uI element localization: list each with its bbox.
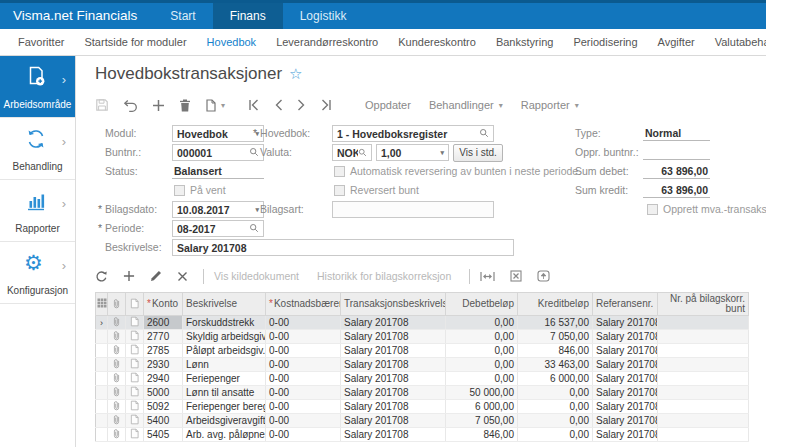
rapporter-button[interactable]: Rapporter▾ (521, 99, 579, 111)
cell-referansenr[interactable]: Salary 201708 (593, 344, 658, 358)
vis-kildedokument-link[interactable]: Vis kildedokument (214, 270, 299, 282)
cell-konto[interactable]: 5400 (144, 414, 183, 428)
cell-korr-bunt[interactable] (658, 330, 749, 344)
attachment-icon[interactable] (108, 358, 126, 372)
attachment-column-icon[interactable] (108, 293, 126, 316)
cell-referansenr[interactable]: Salary 201708 (593, 316, 658, 330)
table-row[interactable]: 5000Lønn til ansatte0-00Salary 20170850 … (96, 386, 749, 400)
cell-konto[interactable]: 2770 (144, 330, 183, 344)
modul-select[interactable]: Hovedbok▾ (172, 125, 264, 142)
cell-beskrivelse[interactable]: Lønn (183, 358, 266, 372)
copy-paste-icon[interactable]: ▾ (205, 99, 225, 112)
cell-referansenr[interactable]: Salary 201708 (593, 358, 658, 372)
note-icon[interactable] (126, 358, 144, 372)
bilagsdato-input[interactable]: 10.08.2017▾ (172, 201, 264, 218)
cell-debetbelop[interactable]: 0,00 (446, 330, 518, 344)
add-icon[interactable] (152, 99, 165, 112)
cell-transaksjonsbeskrivelse[interactable]: Salary 201708 (341, 386, 446, 400)
row-selector[interactable] (96, 386, 108, 400)
cell-transaksjonsbeskrivelse[interactable]: Salary 201708 (341, 372, 446, 386)
cell-transaksjonsbeskrivelse[interactable]: Salary 201708 (341, 330, 446, 344)
cell-referansenr[interactable]: Salary 201708 (593, 414, 658, 428)
fit-width-icon[interactable] (480, 271, 495, 282)
note-icon[interactable] (126, 386, 144, 400)
cell-kostnadsbaerer[interactable]: 0-00 (266, 372, 341, 386)
sidebar-item-konfigurasjon[interactable]: ⚙›Konfigurasjon (0, 242, 75, 304)
cell-kostnadsbaerer[interactable]: 0-00 (266, 386, 341, 400)
cell-beskrivelse[interactable]: Feriepenger (183, 372, 266, 386)
cell-beskrivelse[interactable]: Feriepenger bereg... (183, 400, 266, 414)
add-row-icon[interactable] (123, 270, 135, 282)
cell-konto[interactable]: 5405 (144, 428, 183, 442)
cell-kostnadsbaerer[interactable]: 0-00 (266, 316, 341, 330)
sidebar-item-rapporter[interactable]: ›Rapporter (0, 180, 75, 242)
table-row[interactable]: 2770Skyldig arbeidsgiv...0-00Salary 2017… (96, 330, 749, 344)
reversert-bunt-checkbox[interactable]: Reversert bunt (334, 184, 419, 196)
table-row[interactable]: 5405Arb. avg. påløpne ...0-00Salary 2017… (96, 428, 749, 442)
cell-kreditbelop[interactable]: 0,00 (518, 428, 593, 442)
export-excel-icon[interactable] (510, 270, 522, 282)
table-row[interactable]: 5400Arbeidsgiveravgift0-00Salary 2017087… (96, 414, 749, 428)
attachment-icon[interactable] (108, 344, 126, 358)
undo-icon[interactable] (123, 99, 138, 112)
first-record-icon[interactable] (247, 99, 260, 111)
cell-transaksjonsbeskrivelse[interactable]: Salary 201708 (341, 358, 446, 372)
prev-record-icon[interactable] (274, 99, 283, 111)
table-row[interactable]: 2930Lønn0-00Salary 2017080,0033 463,00Sa… (96, 358, 749, 372)
cell-korr-bunt[interactable] (658, 316, 749, 330)
delete-row-icon[interactable] (177, 271, 188, 282)
cell-kreditbelop[interactable]: 7 050,00 (518, 330, 593, 344)
last-record-icon[interactable] (320, 99, 333, 111)
cell-kostnadsbaerer[interactable]: 0-00 (266, 414, 341, 428)
cell-kostnadsbaerer[interactable]: 0-00 (266, 344, 341, 358)
cell-konto[interactable]: 2940 (144, 372, 183, 386)
table-row[interactable]: 2940Feriepenger0-00Salary 2017080,006 00… (96, 372, 749, 386)
col-header-beskrivelse[interactable]: Beskrivelse (183, 293, 266, 316)
attachment-icon[interactable] (108, 316, 126, 330)
col-header-transaksjonsbeskrivelse[interactable]: Transaksjonsbeskrivelse (341, 293, 446, 316)
row-selector[interactable] (96, 358, 108, 372)
cell-beskrivelse[interactable]: Arbeidsgiveravgift (183, 414, 266, 428)
cell-beskrivelse[interactable]: Lønn til ansatte (183, 386, 266, 400)
note-icon[interactable] (126, 344, 144, 358)
cell-kreditbelop[interactable]: 33 463,00 (518, 358, 593, 372)
attachment-icon[interactable] (108, 372, 126, 386)
sidebar-item-behandling[interactable]: ›Behandling (0, 118, 75, 180)
cell-kreditbelop[interactable]: 846,00 (518, 344, 593, 358)
cell-kreditbelop[interactable]: 0,00 (518, 400, 593, 414)
cell-korr-bunt[interactable] (658, 400, 749, 414)
cell-kreditbelop[interactable]: 0,00 (518, 386, 593, 400)
cell-beskrivelse[interactable]: Skyldig arbeidsgiv... (183, 330, 266, 344)
star-outline-icon[interactable]: ☆ (289, 65, 302, 82)
buntnr-input[interactable]: 000001 (172, 144, 264, 161)
col-header-kostnadsbærer[interactable]: *Kostnadsbærer (266, 293, 341, 316)
note-icon[interactable] (126, 330, 144, 344)
table-row[interactable]: 2785Påløpt arbeidsgiv...0-00Salary 20170… (96, 344, 749, 358)
oppdater-button[interactable]: Oppdater (365, 99, 411, 111)
cell-korr-bunt[interactable] (658, 414, 749, 428)
delete-icon[interactable] (179, 99, 191, 112)
attachment-icon[interactable] (108, 414, 126, 428)
cell-referansenr[interactable]: Salary 201708 (593, 428, 658, 442)
search-icon[interactable] (479, 128, 489, 140)
cell-kostnadsbaerer[interactable]: 0-00 (266, 358, 341, 372)
cell-debetbelop[interactable]: 0,00 (446, 372, 518, 386)
cell-transaksjonsbeskrivelse[interactable]: Salary 201708 (341, 400, 446, 414)
cell-referansenr[interactable]: Salary 201708 (593, 400, 658, 414)
pa-vent-checkbox[interactable]: På vent (174, 184, 226, 196)
attachment-icon[interactable] (108, 400, 126, 414)
edit-row-icon[interactable] (150, 270, 162, 282)
auto-reversering-checkbox[interactable]: Automatisk reversering av bunten i neste… (334, 165, 578, 177)
cell-debetbelop[interactable]: 0,00 (446, 358, 518, 372)
col-header-referansenr[interactable]: Referansenr. (593, 293, 658, 316)
row-selector[interactable] (96, 372, 108, 386)
cell-kreditbelop[interactable]: 16 537,00 (518, 316, 593, 330)
row-selector[interactable] (96, 428, 108, 442)
cell-kostnadsbaerer[interactable]: 0-00 (266, 400, 341, 414)
cell-konto[interactable]: 5000 (144, 386, 183, 400)
search-icon[interactable] (249, 147, 259, 159)
attachment-icon[interactable] (108, 330, 126, 344)
menu-item-startside-for-moduler[interactable]: Startside for moduler (74, 36, 196, 48)
app-brand[interactable]: Visma.net Financials (0, 3, 153, 29)
table-row[interactable]: ›2600Forskuddstrekk0-00Salary 2017080,00… (96, 316, 749, 330)
